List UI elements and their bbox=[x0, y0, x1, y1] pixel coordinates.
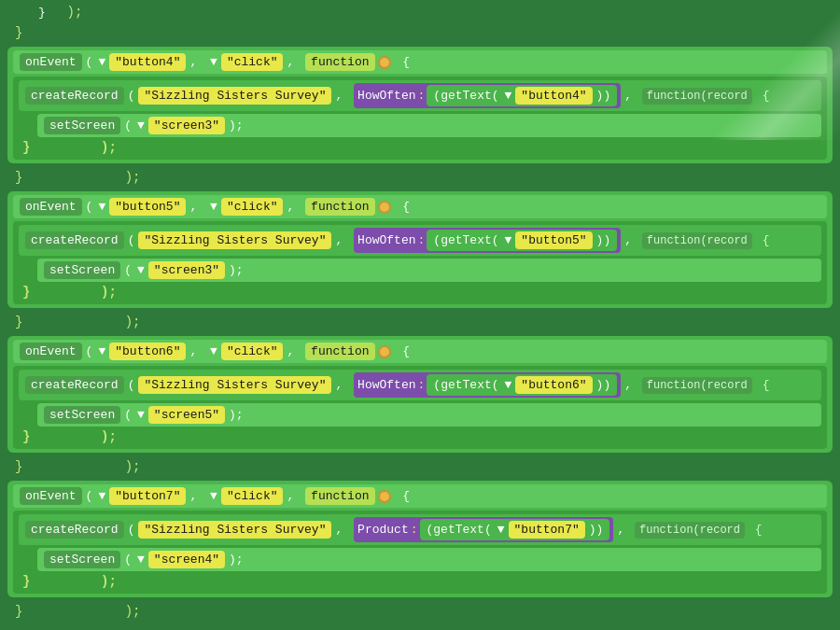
function-label-6: function bbox=[305, 343, 374, 360]
circle-icon-5 bbox=[378, 201, 391, 214]
button6-gettext: "button6" bbox=[515, 376, 592, 394]
outer-brace-4: } bbox=[7, 170, 125, 185]
createrecord-label-7: createRecord bbox=[25, 521, 124, 539]
createrecord-label-5: createRecord bbox=[25, 231, 124, 249]
semi-7: ); bbox=[125, 604, 141, 619]
survey-name-7: "Sizzling Sisters Survey" bbox=[138, 521, 331, 539]
function-label-7: function bbox=[305, 487, 374, 505]
survey-name: "Sizzling Sisters Survey" bbox=[138, 87, 331, 105]
outer-close-button5: } ); bbox=[0, 312, 840, 332]
onevent-label-5: onEvent bbox=[20, 198, 82, 216]
event-body-button6: createRecord ( "Sizzling Sisters Survey"… bbox=[13, 366, 827, 449]
outer-brace-5: } bbox=[7, 315, 125, 329]
howoften-label: HowOften bbox=[357, 89, 415, 103]
click-label-6: "click" bbox=[221, 343, 284, 360]
product-block: Product : (getText( ▼ "button7" )) bbox=[354, 517, 613, 542]
button6-label: "button6" bbox=[109, 343, 186, 360]
semi-4: ); bbox=[125, 170, 141, 185]
button7-label: "button7" bbox=[109, 487, 186, 505]
click-label-5: "click" bbox=[221, 198, 284, 216]
createrecord-label: createRecord bbox=[25, 87, 124, 105]
create-record-button6: createRecord ( "Sizzling Sisters Survey"… bbox=[19, 370, 821, 400]
howoften-label-5: HowOften bbox=[357, 233, 415, 247]
semi-6: ); bbox=[125, 459, 141, 474]
partial-line-2: } bbox=[7, 22, 833, 43]
create-record-button4: createRecord ( "Sizzling Sisters Survey"… bbox=[19, 80, 821, 111]
event-header-button4: onEvent ( ▼ "button4" , ▼ "click" , func… bbox=[13, 50, 827, 74]
button4-gettext: "button4" bbox=[515, 87, 592, 105]
create-record-button5: createRecord ( "Sizzling Sisters Survey"… bbox=[19, 225, 821, 256]
button4-label: "button4" bbox=[109, 53, 186, 71]
outer-close-button7: } ); bbox=[0, 601, 840, 622]
survey-name-5: "Sizzling Sisters Survey" bbox=[138, 231, 331, 249]
event-block-button5: onEvent ( ▼ "button5" , ▼ "click" , func… bbox=[7, 191, 833, 308]
function-record-7: function(record bbox=[635, 522, 745, 539]
event-body-button5: createRecord ( "Sizzling Sisters Survey"… bbox=[13, 221, 827, 304]
gettext-block-5: (getText( ▼ "button5" )) bbox=[427, 230, 617, 251]
circle-icon-6 bbox=[378, 345, 391, 358]
outer-close-button4: } ); bbox=[0, 167, 840, 188]
setscreen-label-5: setScreen bbox=[44, 261, 120, 279]
partial-line-1: } ); bbox=[7, 2, 833, 22]
outer-close-button6: } ); bbox=[0, 456, 840, 477]
onevent-label: onEvent bbox=[20, 53, 82, 71]
event-header-button5: onEvent ( ▼ "button5" , ▼ "click" , func… bbox=[13, 195, 827, 218]
product-label: Product bbox=[357, 523, 409, 537]
button5-gettext: "button5" bbox=[515, 231, 592, 249]
howoften-block: HowOften : (getText( ▼ "button4" )) bbox=[354, 83, 621, 108]
gettext-block-7: (getText( ▼ "button7" )) bbox=[420, 519, 610, 540]
circle-icon-7 bbox=[378, 490, 391, 503]
setscreen-label: setScreen bbox=[44, 117, 120, 134]
click-label: "click" bbox=[221, 53, 284, 71]
gettext-block-6: (getText( ▼ "button6" )) bbox=[427, 374, 617, 396]
howoften-block-6: HowOften : (getText( ▼ "button6" )) bbox=[354, 372, 621, 398]
screen3-label-5: "screen3" bbox=[148, 261, 225, 279]
howoften-label-6: HowOften bbox=[357, 378, 415, 392]
inner-brace-button4: } ); bbox=[19, 139, 821, 156]
function-record-5: function(record bbox=[642, 232, 752, 249]
event-body-button4: createRecord ( "Sizzling Sisters Survey"… bbox=[13, 77, 827, 160]
onevent-label-7: onEvent bbox=[20, 487, 82, 505]
brace-token: } bbox=[35, 4, 49, 21]
inner-brace-button5: } ); bbox=[19, 284, 821, 301]
event-header-button7: onEvent ( ▼ "button7" , ▼ "click" , func… bbox=[13, 484, 827, 508]
event-header-button6: onEvent ( ▼ "button6" , ▼ "click" , func… bbox=[13, 340, 827, 363]
inner-brace-button7: } ); bbox=[19, 573, 821, 590]
event-body-button7: createRecord ( "Sizzling Sisters Survey"… bbox=[13, 511, 827, 594]
setscreen-label-6: setScreen bbox=[44, 406, 120, 424]
setscreen-button7: setScreen ( ▼ "screen4" ); bbox=[37, 548, 821, 571]
howoften-colon-6: : bbox=[418, 378, 426, 392]
button5-label: "button5" bbox=[109, 198, 186, 216]
survey-name-6: "Sizzling Sisters Survey" bbox=[138, 376, 331, 394]
screen3-label: "screen3" bbox=[148, 117, 225, 134]
outer-brace-6: } bbox=[7, 459, 125, 474]
button7-gettext: "button7" bbox=[509, 521, 585, 539]
inner-brace-button6: } ); bbox=[19, 428, 821, 445]
click-label-7: "click" bbox=[221, 487, 284, 505]
code-editor: } ); } onEvent ( ▼ "button4" , ▼ "click"… bbox=[0, 0, 840, 630]
semi-token: ); bbox=[49, 3, 86, 21]
circle-icon bbox=[378, 56, 391, 69]
partial-top-section: } ); } bbox=[0, 0, 840, 43]
outer-brace: } bbox=[7, 25, 22, 40]
event-block-button4: onEvent ( ▼ "button4" , ▼ "click" , func… bbox=[7, 47, 833, 163]
gettext-block: (getText( ▼ "button4" )) bbox=[427, 85, 617, 106]
function-record-6: function(record bbox=[642, 377, 752, 394]
setscreen-label-7: setScreen bbox=[44, 551, 120, 568]
setscreen-button4: setScreen ( ▼ "screen3" ); bbox=[37, 114, 821, 137]
event-block-button7: onEvent ( ▼ "button7" , ▼ "click" , func… bbox=[7, 481, 833, 597]
howoften-colon: : bbox=[418, 89, 426, 103]
function-label: function bbox=[305, 53, 374, 71]
function-record: function(record bbox=[642, 88, 752, 105]
howoften-block-5: HowOften : (getText( ▼ "button5" )) bbox=[354, 228, 621, 253]
screen4-label: "screen4" bbox=[148, 551, 225, 568]
event-block-button6: onEvent ( ▼ "button6" , ▼ "click" , func… bbox=[7, 336, 833, 453]
onevent-label-6: onEvent bbox=[20, 343, 82, 360]
product-colon: : bbox=[411, 523, 418, 537]
setscreen-button5: setScreen ( ▼ "screen3" ); bbox=[37, 259, 821, 282]
outer-brace-7: } bbox=[7, 604, 125, 619]
semi-5: ); bbox=[125, 315, 141, 329]
create-record-button7: createRecord ( "Sizzling Sisters Survey"… bbox=[19, 514, 821, 545]
screen5-label: "screen5" bbox=[148, 406, 225, 424]
howoften-colon-5: : bbox=[418, 233, 426, 247]
